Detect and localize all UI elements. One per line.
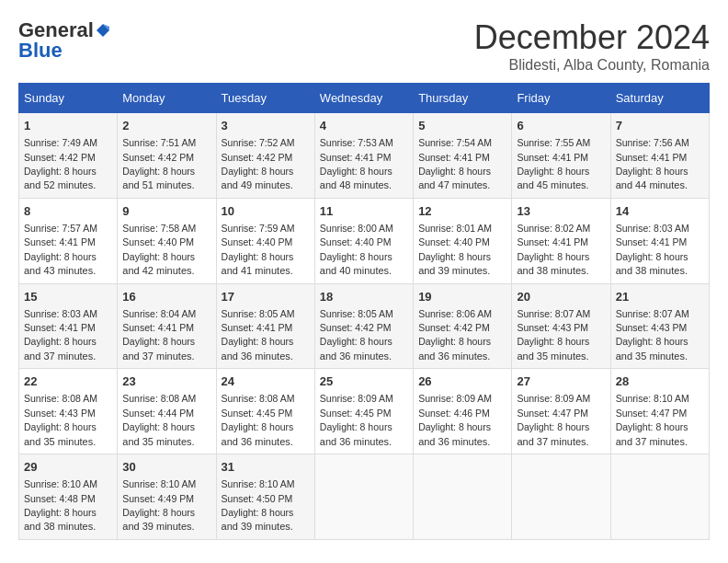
table-row: 25 Sunrise: 8:09 AM Sunset: 4:45 PM Dayl… — [314, 369, 413, 454]
daylight-text: Daylight: 8 hours — [616, 421, 688, 432]
daylight-text: Daylight: 8 hours — [122, 507, 195, 518]
daylight-text: Daylight: 8 hours — [24, 336, 97, 347]
sunset-text: Sunset: 4:42 PM — [122, 152, 194, 163]
sunset-text: Sunset: 4:41 PM — [616, 152, 688, 163]
calendar-row: 22 Sunrise: 8:08 AM Sunset: 4:43 PM Dayl… — [19, 369, 710, 454]
daylight-text: Daylight: 8 hours — [418, 421, 491, 432]
sunrise-text: Sunrise: 8:03 AM — [24, 308, 97, 319]
daylight-text: Daylight: 8 hours — [320, 166, 392, 177]
sunset-text: Sunset: 4:41 PM — [418, 152, 490, 163]
sunrise-text: Sunrise: 7:53 AM — [320, 137, 393, 148]
sunrise-text: Sunrise: 8:05 AM — [320, 308, 393, 319]
table-row: 7 Sunrise: 7:56 AM Sunset: 4:41 PM Dayli… — [610, 113, 709, 199]
sunset-text: Sunset: 4:41 PM — [122, 322, 194, 333]
daylight-text: Daylight: 8 hours — [222, 421, 294, 432]
table-row: 13 Sunrise: 8:02 AM Sunset: 4:41 PM Dayl… — [512, 198, 610, 283]
month-title: December 2024 — [474, 18, 710, 57]
sunrise-text: Sunrise: 7:58 AM — [122, 223, 196, 234]
daylight-text: Daylight: 8 hours — [24, 251, 97, 262]
daylight-text: Daylight: 8 hours — [616, 166, 688, 177]
sunset-text: Sunset: 4:44 PM — [122, 408, 194, 419]
table-row: 31 Sunrise: 8:10 AM Sunset: 4:50 PM Dayl… — [216, 454, 314, 540]
sunset-text: Sunset: 4:42 PM — [418, 322, 490, 333]
sunset-text: Sunset: 4:41 PM — [24, 236, 96, 247]
sunrise-text: Sunrise: 8:09 AM — [517, 393, 590, 404]
calendar-row: 8 Sunrise: 7:57 AM Sunset: 4:41 PM Dayli… — [19, 198, 710, 283]
location: Blidesti, Alba County, Romania — [474, 57, 710, 74]
day-number: 11 — [320, 203, 408, 220]
table-row: 23 Sunrise: 8:08 AM Sunset: 4:44 PM Dayl… — [118, 369, 216, 454]
sunrise-text: Sunrise: 7:57 AM — [24, 223, 97, 234]
sunrise-text: Sunrise: 8:03 AM — [616, 223, 689, 234]
daylight-text: Daylight: 8 hours — [517, 421, 589, 432]
daylight-text: Daylight: 8 hours — [320, 421, 392, 432]
day-number: 2 — [122, 118, 210, 134]
day-number: 19 — [418, 289, 506, 305]
table-row: 5 Sunrise: 7:54 AM Sunset: 4:41 PM Dayli… — [414, 113, 512, 199]
header-monday: Monday — [118, 84, 216, 113]
day-number: 29 — [24, 459, 112, 476]
table-row: 16 Sunrise: 8:04 AM Sunset: 4:41 PM Dayl… — [118, 283, 216, 369]
calendar-body: 1 Sunrise: 7:49 AM Sunset: 4:42 PM Dayli… — [19, 113, 710, 540]
table-row — [314, 454, 413, 540]
sunset-text: Sunset: 4:43 PM — [616, 322, 688, 333]
sunrise-text: Sunrise: 8:06 AM — [418, 308, 492, 319]
header-sunday: Sunday — [19, 84, 118, 113]
table-row — [414, 454, 512, 540]
sunset-text: Sunset: 4:50 PM — [222, 493, 293, 504]
day-number: 25 — [320, 373, 408, 390]
table-row: 10 Sunrise: 7:59 AM Sunset: 4:40 PM Dayl… — [216, 198, 314, 283]
table-row: 4 Sunrise: 7:53 AM Sunset: 4:41 PM Dayli… — [314, 113, 413, 199]
sunrise-text: Sunrise: 8:10 AM — [122, 478, 196, 489]
sunrise-text: Sunrise: 7:54 AM — [418, 137, 492, 148]
table-row: 17 Sunrise: 8:05 AM Sunset: 4:41 PM Dayl… — [216, 283, 314, 369]
logo: General Blue — [18, 18, 112, 63]
daylight-text: Daylight: 8 hours — [222, 336, 294, 347]
daylight-text: Daylight: 8 hours — [517, 251, 589, 262]
daylight-text: Daylight: 8 hours — [122, 336, 195, 347]
daylight-text: Daylight: 8 hours — [517, 336, 589, 347]
sunset-text: Sunset: 4:41 PM — [222, 322, 293, 333]
day-number: 4 — [320, 118, 408, 134]
table-row: 6 Sunrise: 7:55 AM Sunset: 4:41 PM Dayli… — [512, 113, 610, 199]
sunrise-text: Sunrise: 7:52 AM — [222, 137, 295, 148]
day-number: 17 — [222, 289, 310, 305]
daylight-text: Daylight: 8 hours — [418, 251, 491, 262]
sunset-text: Sunset: 4:41 PM — [517, 152, 588, 163]
sunset-text: Sunset: 4:43 PM — [517, 322, 588, 333]
sunset-text: Sunset: 4:42 PM — [222, 152, 293, 163]
table-row: 2 Sunrise: 7:51 AM Sunset: 4:42 PM Dayli… — [118, 113, 216, 199]
daylight-text: Daylight: 8 hours — [616, 336, 688, 347]
day-number: 15 — [24, 289, 112, 305]
sunset-text: Sunset: 4:41 PM — [517, 236, 588, 247]
sunrise-text: Sunrise: 8:09 AM — [418, 393, 492, 404]
daylight-text: Daylight: 8 hours — [122, 166, 195, 177]
sunset-text: Sunset: 4:46 PM — [418, 408, 490, 419]
table-row: 26 Sunrise: 8:09 AM Sunset: 4:46 PM Dayl… — [414, 369, 512, 454]
sunrise-text: Sunrise: 8:07 AM — [616, 308, 689, 319]
sunrise-text: Sunrise: 8:08 AM — [222, 393, 295, 404]
header-tuesday: Tuesday — [216, 84, 314, 113]
sunset-text: Sunset: 4:48 PM — [24, 493, 96, 504]
day-number: 27 — [517, 373, 605, 390]
sunset-text: Sunset: 4:47 PM — [616, 408, 688, 419]
table-row: 30 Sunrise: 8:10 AM Sunset: 4:49 PM Dayl… — [118, 454, 216, 540]
daylight-text: Daylight: 8 hours — [320, 251, 392, 262]
calendar-row: 29 Sunrise: 8:10 AM Sunset: 4:48 PM Dayl… — [19, 454, 710, 540]
sunset-text: Sunset: 4:45 PM — [320, 408, 392, 419]
daylight-text: Daylight: 8 hours — [222, 166, 294, 177]
table-row: 14 Sunrise: 8:03 AM Sunset: 4:41 PM Dayl… — [610, 198, 709, 283]
daylight-text: Daylight: 8 hours — [517, 166, 589, 177]
daylight-text: Daylight: 8 hours — [24, 507, 97, 518]
daylight-text: Daylight: 8 hours — [122, 251, 195, 262]
sunrise-text: Sunrise: 8:01 AM — [418, 223, 492, 234]
sunset-text: Sunset: 4:45 PM — [222, 408, 293, 419]
daylight-text: Daylight: 8 hours — [418, 336, 491, 347]
daylight-text: Daylight: 8 hours — [122, 421, 195, 432]
table-row: 22 Sunrise: 8:08 AM Sunset: 4:43 PM Dayl… — [19, 369, 118, 454]
day-number: 26 — [418, 373, 506, 390]
logo-icon — [95, 22, 111, 39]
table-row: 20 Sunrise: 8:07 AM Sunset: 4:43 PM Dayl… — [512, 283, 610, 369]
sunrise-text: Sunrise: 8:10 AM — [222, 478, 295, 489]
day-number: 3 — [222, 118, 310, 134]
